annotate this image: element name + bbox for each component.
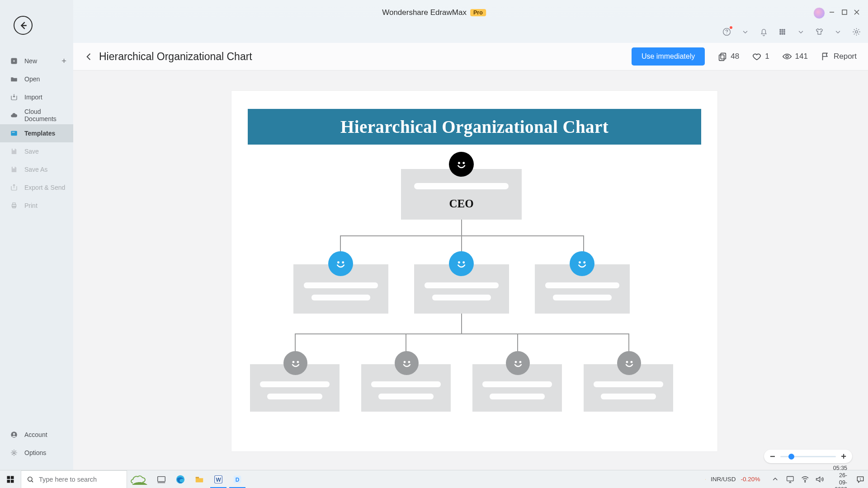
start-button[interactable]: [0, 470, 21, 488]
currency-change: -0.20%: [741, 476, 760, 483]
sidebar-label: Options: [24, 449, 46, 456]
folder-icon: [10, 75, 18, 83]
tray-chevron-up-icon[interactable]: [770, 474, 780, 484]
manager-avatar-icon: [449, 251, 474, 276]
use-immediately-button[interactable]: Use immediately: [632, 47, 705, 66]
svg-point-41: [626, 361, 628, 363]
plus-icon[interactable]: +: [61, 56, 66, 66]
svg-point-11: [783, 33, 785, 34]
copies-stat[interactable]: 48: [717, 52, 739, 61]
sidebar-item-new[interactable]: New +: [0, 52, 73, 70]
settings-icon[interactable]: [852, 27, 861, 37]
employee-avatar-icon: [283, 351, 307, 375]
sidebar-label: Templates: [24, 130, 55, 137]
svg-point-22: [13, 433, 15, 435]
close-button[interactable]: [853, 9, 860, 16]
help-icon[interactable]: [722, 27, 731, 37]
chevron-down-icon[interactable]: [796, 27, 806, 37]
tray-wifi-icon[interactable]: [800, 474, 810, 484]
svg-rect-43: [7, 476, 10, 479]
edge-icon[interactable]: [171, 470, 190, 488]
tshirt-icon[interactable]: [815, 27, 824, 37]
print-icon: [10, 202, 18, 210]
views-stat: 141: [782, 52, 808, 61]
search-placeholder: Type here to search: [39, 476, 97, 483]
chevron-down-icon[interactable]: [741, 27, 750, 37]
currency-pair[interactable]: INR/USD: [711, 476, 736, 483]
template-preview: Hierarchical Organizational Chart CEO: [231, 91, 717, 451]
weather-widget[interactable]: [127, 470, 152, 488]
apps-icon[interactable]: [778, 27, 787, 37]
svg-point-4: [782, 29, 783, 31]
user-avatar[interactable]: [813, 7, 825, 19]
main: Hierarchical Organizational Chart Use im…: [73, 43, 868, 470]
word-icon[interactable]: W: [209, 470, 228, 488]
svg-rect-17: [13, 167, 15, 169]
employee-avatar-icon: [395, 351, 419, 375]
cloud-icon: [10, 111, 18, 119]
sidebar-item-import[interactable]: Import: [0, 88, 73, 106]
svg-point-5: [783, 29, 785, 31]
action-center-icon[interactable]: 1: [856, 475, 865, 484]
search-input[interactable]: Type here to search: [21, 470, 127, 488]
svg-text:1: 1: [859, 477, 861, 481]
sidebar-label: Cloud Documents: [24, 108, 73, 122]
sidebar-label: Open: [24, 75, 40, 83]
edrawmax-icon[interactable]: D: [228, 470, 247, 488]
save-icon: [10, 147, 18, 155]
report-button[interactable]: Report: [821, 52, 857, 61]
sidebar-item-open[interactable]: Open: [0, 70, 73, 88]
taskbar-clock[interactable]: 05:35 26-09-2023: [830, 465, 851, 488]
gear-icon: [10, 449, 18, 457]
tray-display-icon[interactable]: [785, 474, 795, 484]
svg-point-47: [28, 477, 32, 481]
svg-point-3: [780, 29, 781, 31]
sidebar-item-account[interactable]: Account: [0, 426, 73, 444]
sidebar-label: Print: [24, 202, 38, 209]
svg-rect-46: [11, 479, 14, 483]
svg-point-35: [292, 361, 294, 363]
svg-rect-24: [721, 53, 726, 59]
sidebar-label: New: [24, 57, 37, 65]
svg-point-8: [783, 31, 785, 33]
back-button[interactable]: [81, 49, 96, 64]
export-icon: [10, 183, 18, 192]
sidebar-item-templates[interactable]: Templates: [0, 124, 73, 142]
zoom-slider[interactable]: − +: [764, 450, 852, 463]
templates-icon: [10, 129, 18, 137]
tray-volume-icon[interactable]: [815, 474, 825, 484]
svg-point-38: [408, 361, 410, 363]
svg-rect-48: [158, 476, 165, 481]
zoom-out-button[interactable]: −: [770, 451, 775, 462]
bell-icon[interactable]: [759, 27, 769, 37]
sidebar: New + Open Import Cloud Documents Templa…: [0, 0, 73, 470]
zoom-in-button[interactable]: +: [841, 451, 846, 462]
template-header: Hierarchical Organizational Chart Use im…: [73, 43, 868, 70]
page-title: Hierarchical Organizational Chart: [99, 51, 252, 63]
save-icon: [10, 165, 18, 174]
svg-point-28: [462, 162, 465, 164]
svg-point-31: [458, 261, 460, 263]
sidebar-item-save: Save: [0, 142, 73, 160]
zoom-knob[interactable]: [788, 454, 794, 460]
svg-rect-55: [787, 476, 793, 481]
plus-box-icon: [10, 57, 18, 65]
sidebar-item-cloud[interactable]: Cloud Documents: [0, 106, 73, 124]
minimize-button[interactable]: [828, 9, 835, 16]
sidebar-label: Account: [24, 431, 47, 438]
svg-rect-16: [13, 149, 15, 150]
maximize-button[interactable]: [841, 9, 848, 16]
explorer-icon[interactable]: [190, 470, 209, 488]
chevron-down-icon[interactable]: [833, 27, 843, 37]
back-home-button[interactable]: [14, 16, 33, 35]
svg-point-30: [342, 261, 344, 263]
top-right-toolbar: [722, 27, 861, 37]
zoom-track[interactable]: [780, 456, 836, 457]
employee-avatar-icon: [506, 351, 530, 375]
employee-avatar-icon: [617, 351, 641, 375]
svg-point-36: [297, 361, 299, 363]
task-view-icon[interactable]: [152, 470, 171, 488]
canvas[interactable]: Hierarchical Organizational Chart CEO: [73, 70, 868, 470]
sidebar-item-options[interactable]: Options: [0, 444, 73, 462]
likes-stat[interactable]: 1: [752, 52, 769, 61]
